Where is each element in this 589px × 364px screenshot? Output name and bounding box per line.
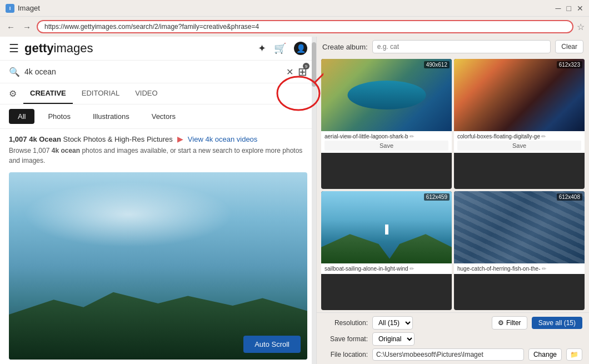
mountain-left bbox=[321, 231, 393, 264]
image-sailboat: 612x459 bbox=[321, 191, 452, 263]
location-input[interactable] bbox=[372, 348, 524, 361]
search-icon: 🔍 bbox=[9, 67, 20, 77]
results-count-text: 1,007 4k Ocean Stock Photos & High-Res P… bbox=[9, 135, 173, 143]
results-keyword1: 4k Ocean bbox=[29, 135, 63, 143]
resolution-label: Resolution: bbox=[323, 319, 368, 327]
image-card-fish[interactable]: 612x408 huge-catch-of-herring-fish-on-th… bbox=[454, 191, 585, 310]
image-card-aerial[interactable]: 490x612 aerial-view-of-little-lagoon-sha… bbox=[321, 59, 452, 189]
album-label: Create album: bbox=[322, 43, 368, 51]
left-panel: ☰ gettyimages ✦ 🛒 👤 🔍 ✕ ⊞ 9 ⚙ C bbox=[0, 37, 317, 364]
cart-icon[interactable]: 🛒 bbox=[274, 42, 286, 54]
pill-illustrations[interactable]: Illustrations bbox=[84, 109, 138, 124]
format-row: Save format: Original JPG PNG bbox=[323, 332, 582, 346]
results-info: 1,007 4k Ocean Stock Photos & High-Res P… bbox=[0, 129, 316, 168]
results-count-row: 1,007 4k Ocean Stock Photos & High-Res P… bbox=[9, 134, 307, 143]
hero-image: Auto Scroll bbox=[9, 172, 307, 360]
album-bar: Create album: Clear bbox=[317, 37, 589, 57]
url-input[interactable] bbox=[37, 20, 573, 33]
video-link[interactable]: View 4k ocean videos bbox=[188, 135, 258, 143]
mountain-right bbox=[387, 231, 452, 264]
image-dims-sailboat: 612x459 bbox=[424, 193, 450, 201]
filter-sliders-icon: ⚙ bbox=[498, 319, 504, 327]
format-label: Save format: bbox=[323, 335, 368, 343]
pill-all[interactable]: All bbox=[9, 109, 34, 124]
image-filename-colorful: colorful-boxes-floating-digitally-ge ✏ bbox=[457, 133, 581, 139]
hero-clouds bbox=[24, 182, 233, 247]
resolution-row: Resolution: All (15) 4K HD ⚙ Filter Save… bbox=[323, 316, 582, 330]
image-filename-sailboat: sailboat-sailing-alone-in-light-wind ✏ bbox=[325, 266, 448, 272]
change-button[interactable]: Change bbox=[528, 348, 562, 361]
window-title: I Imaget bbox=[6, 4, 40, 13]
image-info-colorful: colorful-boxes-floating-digitally-ge ✏ S… bbox=[454, 131, 585, 153]
user-icon[interactable]: 👤 bbox=[294, 42, 307, 55]
image-dims-colorful: 612x323 bbox=[557, 61, 582, 68]
image-grid: 490x612 aerial-view-of-little-lagoon-sha… bbox=[317, 57, 589, 312]
clear-button[interactable]: Clear bbox=[555, 40, 583, 53]
location-label: File location: bbox=[323, 351, 368, 358]
right-panel: Create album: Clear 490x612 aerial-view-… bbox=[317, 37, 589, 364]
getty-logo: gettyimages bbox=[24, 41, 93, 56]
save-btn-colorful[interactable]: Save bbox=[457, 141, 581, 151]
forward-button[interactable]: → bbox=[21, 21, 33, 33]
edit-icon-colorful: ✏ bbox=[541, 133, 546, 139]
format-select[interactable]: Original JPG PNG bbox=[372, 332, 415, 346]
image-info-sailboat: sailboat-sailing-alone-in-light-wind ✏ bbox=[321, 263, 452, 274]
sparkle-icon[interactable]: ✦ bbox=[258, 42, 266, 54]
edit-icon-aerial: ✏ bbox=[410, 133, 414, 139]
image-filename-aerial: aerial-view-of-little-lagoon-shark-b ✏ bbox=[325, 133, 448, 139]
video-icon: ▶ bbox=[177, 134, 183, 143]
filter-pills: All Photos Illustrations Vectors bbox=[0, 104, 316, 129]
image-dims-aerial: 490x612 bbox=[424, 61, 450, 68]
save-all-button[interactable]: Save all (15) bbox=[532, 317, 582, 329]
image-fish: 612x408 bbox=[454, 191, 585, 263]
image-card-sailboat[interactable]: 612x459 sailboat-sailing-alone-in-light-… bbox=[321, 191, 452, 310]
minimize-icon[interactable]: ─ bbox=[556, 4, 561, 13]
bottom-controls: Resolution: All (15) 4K HD ⚙ Filter Save… bbox=[317, 312, 589, 364]
image-dims-fish: 612x408 bbox=[557, 193, 582, 201]
pill-vectors[interactable]: Vectors bbox=[143, 109, 184, 124]
image-info-aerial: aerial-view-of-little-lagoon-shark-b ✏ S… bbox=[321, 131, 452, 153]
window-chrome: I Imaget ─ □ ✕ bbox=[0, 0, 589, 17]
pill-photos[interactable]: Photos bbox=[39, 109, 79, 124]
filter-icon[interactable]: ⚙ bbox=[9, 88, 17, 99]
getty-header: ☰ gettyimages ✦ 🛒 👤 bbox=[0, 37, 316, 61]
left-scrollbar[interactable] bbox=[312, 37, 316, 364]
folder-button[interactable]: 📁 bbox=[566, 348, 582, 361]
tab-editorial[interactable]: EDITORIAL bbox=[75, 83, 126, 104]
image-card-colorful[interactable]: 612x323 colorful-boxes-floating-digitall… bbox=[454, 59, 585, 189]
tab-creative[interactable]: CREATIVE bbox=[23, 83, 73, 104]
resolution-select[interactable]: All (15) 4K HD bbox=[372, 316, 413, 330]
tab-video[interactable]: VIDEO bbox=[128, 83, 164, 104]
image-filename-fish: huge-catch-of-herring-fish-on-the- ✏ bbox=[457, 266, 581, 272]
browser-bar: ← → ☆ bbox=[0, 17, 589, 37]
search-bar: 🔍 ✕ ⊞ 9 bbox=[0, 61, 316, 83]
image-colorful: 612x323 bbox=[454, 59, 585, 131]
results-desc: Browse 1,007 4k ocean photos and images … bbox=[9, 146, 307, 166]
filter-button[interactable]: ⚙ Filter bbox=[492, 316, 527, 330]
auto-scroll-button[interactable]: Auto Scroll bbox=[243, 336, 301, 353]
close-icon[interactable]: ✕ bbox=[577, 4, 583, 13]
upload-search-btn[interactable]: ⊞ 9 bbox=[298, 65, 307, 78]
location-row: File location: Change 📁 bbox=[323, 348, 582, 361]
save-btn-aerial[interactable]: Save bbox=[325, 141, 448, 151]
sailboat-shape bbox=[385, 225, 388, 235]
bookmark-icon[interactable]: ☆ bbox=[577, 22, 585, 32]
maximize-icon[interactable]: □ bbox=[567, 4, 571, 13]
app-icon: I bbox=[6, 4, 14, 13]
clear-search-icon[interactable]: ✕ bbox=[286, 67, 293, 77]
scroll-thumb[interactable] bbox=[312, 42, 316, 87]
album-input[interactable] bbox=[372, 40, 551, 53]
image-info-fish: huge-catch-of-herring-fish-on-the- ✏ bbox=[454, 263, 585, 274]
logo-light: images bbox=[54, 41, 93, 55]
header-icons: ✦ 🛒 👤 bbox=[258, 42, 307, 55]
logo-bold: getty bbox=[24, 41, 54, 55]
app-title: Imaget bbox=[18, 4, 40, 12]
main-layout: ☰ gettyimages ✦ 🛒 👤 🔍 ✕ ⊞ 9 ⚙ C bbox=[0, 37, 589, 364]
edit-icon-sailboat: ✏ bbox=[410, 266, 414, 272]
results-count-num: 1,007 bbox=[9, 135, 29, 143]
search-input[interactable] bbox=[24, 67, 282, 76]
menu-icon[interactable]: ☰ bbox=[9, 42, 19, 55]
edit-icon-fish: ✏ bbox=[542, 266, 546, 272]
back-button[interactable]: ← bbox=[4, 21, 17, 33]
window-controls: ─ □ ✕ bbox=[556, 4, 583, 13]
